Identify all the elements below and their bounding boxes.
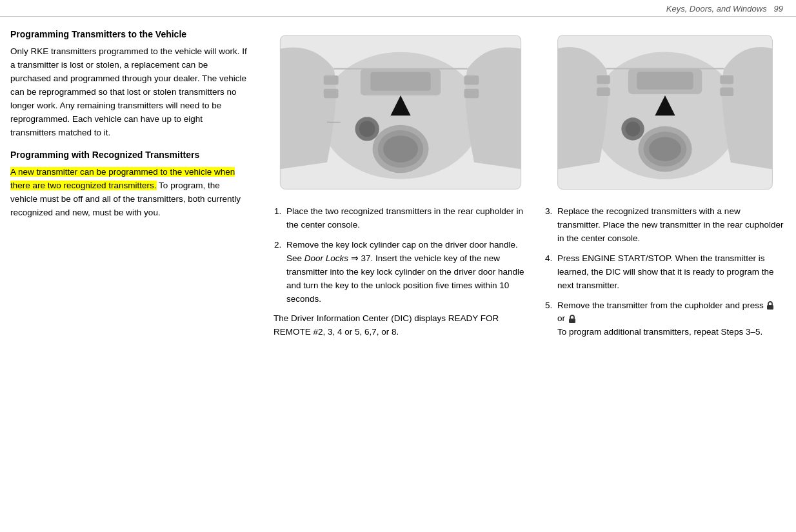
car-illustration-1 xyxy=(274,28,528,196)
header-page-number: 99 xyxy=(774,4,783,14)
car-illustration-2 xyxy=(544,28,786,196)
step-4: Press ENGINE START/STOP. When the transm… xyxy=(555,252,786,293)
svg-rect-12 xyxy=(464,75,479,85)
svg-rect-19 xyxy=(637,72,693,90)
svg-rect-3 xyxy=(370,72,430,91)
svg-rect-13 xyxy=(464,89,479,99)
svg-rect-30 xyxy=(597,88,610,97)
step-1: Place the two recognized transmitters in… xyxy=(284,205,528,232)
section2-title: Programming with Recognized Transmitters xyxy=(10,149,249,161)
svg-rect-15 xyxy=(324,89,339,99)
svg-rect-27 xyxy=(720,75,733,84)
svg-rect-29 xyxy=(597,75,610,84)
svg-point-22 xyxy=(649,137,681,161)
step-3: Replace the recognized transmitters with… xyxy=(555,205,786,246)
svg-point-6 xyxy=(383,135,418,162)
svg-rect-32 xyxy=(569,319,575,323)
svg-rect-28 xyxy=(720,88,733,97)
right-column: Replace the recognized transmitters with… xyxy=(539,28,786,346)
steps-list-mid: Place the two recognized transmitters in… xyxy=(274,205,528,306)
mid-column: Place the two recognized transmitters in… xyxy=(262,28,539,346)
section2-body: A new transmitter can be programmed to t… xyxy=(10,166,249,220)
header-title: Keys, Doors, and Windows xyxy=(666,4,767,14)
svg-point-8 xyxy=(359,121,375,137)
lock-icon-1 xyxy=(766,301,775,310)
section1-title: Programming Transmitters to the Vehicle xyxy=(10,28,249,40)
steps-list-right: Replace the recognized transmitters with… xyxy=(544,205,786,339)
svg-rect-14 xyxy=(324,75,339,85)
section1-body: Only RKE transmitters programmed to the … xyxy=(10,45,249,139)
content-area: Programming Transmitters to the Vehicle … xyxy=(0,17,796,356)
page-header: Keys, Doors, and Windows 99 xyxy=(0,0,796,17)
left-column: Programming Transmitters to the Vehicle … xyxy=(10,28,262,346)
step5-note: To program additional transmitters, repe… xyxy=(557,327,762,337)
svg-point-24 xyxy=(626,122,641,137)
step-2: Remove the key lock cylinder cap on the … xyxy=(284,239,528,306)
lock-icon-2 xyxy=(568,315,577,324)
step-5: Remove the transmitter from the cupholde… xyxy=(555,299,786,340)
svg-rect-31 xyxy=(767,305,773,310)
step2-note: The Driver Information Center (DIC) disp… xyxy=(274,312,528,339)
